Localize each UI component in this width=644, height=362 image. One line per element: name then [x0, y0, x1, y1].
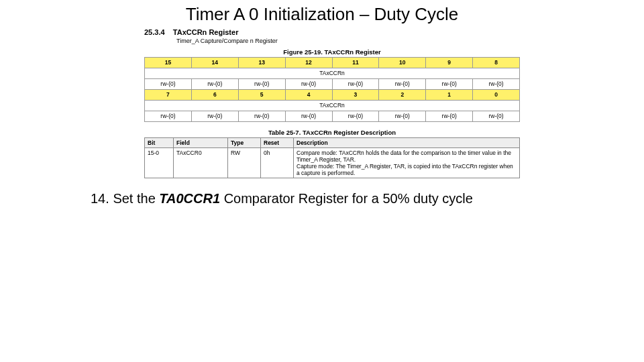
bit-val: rw-(0) [238, 79, 285, 90]
bit-num: 3 [332, 90, 379, 101]
field-label: TAxCCRn [145, 101, 520, 111]
instruction-after: Comparator Register for a 50% duty cycle [220, 191, 473, 206]
bit-num: 4 [285, 90, 332, 101]
bit-val: rw-(0) [379, 79, 426, 90]
register-figure: 25.3.4 TAxCCRn Register Timer_A Capture/… [144, 28, 520, 178]
bit-val: rw-(0) [145, 111, 192, 122]
bit-num: 0 [473, 90, 520, 101]
field-label: TAxCCRn [145, 68, 520, 79]
instruction-before: Set the [113, 191, 159, 206]
slide-title: Timer A 0 Initialization – Duty Cycle [0, 4, 644, 25]
bit-val: rw-(0) [473, 111, 520, 122]
col-header: Description [294, 138, 520, 148]
bit-num: 11 [332, 58, 379, 68]
desc-line: Capture mode: The Timer_A Register, TAR,… [297, 163, 513, 176]
cell-field: TAxCCR0 [174, 148, 228, 178]
bit-val: rw-(0) [332, 111, 379, 122]
bit-val: rw-(0) [285, 111, 332, 122]
instruction-text: 14. Set the TA0CCR1 Comparator Register … [91, 191, 560, 206]
col-header: Bit [145, 138, 174, 148]
table-caption: Table 25-7. TAxCCRn Register Description [144, 129, 520, 136]
instruction-number: 14. [91, 191, 109, 206]
desc-line: Compare mode: TAxCCRn holds the data for… [297, 149, 511, 163]
col-header: Reset [261, 138, 294, 148]
bit-num: 15 [145, 58, 192, 68]
bit-val: rw-(0) [426, 79, 473, 90]
cell-desc: Compare mode: TAxCCRn holds the data for… [294, 148, 520, 178]
cell-reset: 0h [261, 148, 294, 178]
bit-val: rw-(0) [426, 111, 473, 122]
bit-val: rw-(0) [238, 111, 285, 122]
bit-num: 6 [191, 90, 238, 101]
bit-table: 15 14 13 12 11 10 9 8 TAxCCRn rw-(0) rw-… [144, 57, 520, 122]
bit-val: rw-(0) [145, 79, 192, 90]
col-header: Field [174, 138, 228, 148]
bit-num: 9 [426, 58, 473, 68]
section-title: TAxCCRn Register [173, 28, 239, 36]
bit-num: 13 [238, 58, 285, 68]
bit-num: 10 [379, 58, 426, 68]
col-header: Type [228, 138, 261, 148]
bit-val: rw-(0) [191, 111, 238, 122]
bit-num: 5 [238, 90, 285, 101]
cell-type: RW [228, 148, 261, 178]
bit-val: rw-(0) [332, 79, 379, 90]
bit-num: 14 [191, 58, 238, 68]
bit-val: rw-(0) [191, 79, 238, 90]
bit-num: 1 [426, 90, 473, 101]
bit-val: rw-(0) [285, 79, 332, 90]
section-heading: 25.3.4 TAxCCRn Register [144, 28, 520, 36]
bit-num: 8 [473, 58, 520, 68]
cell-bit: 15-0 [145, 148, 174, 178]
slide: Timer A 0 Initialization – Duty Cycle 25… [0, 0, 644, 362]
bit-num: 7 [145, 90, 192, 101]
bit-val: rw-(0) [379, 111, 426, 122]
figure-caption: Figure 25-19. TAxCCRn Register [144, 48, 520, 56]
section-subtitle: Timer_A Capture/Compare n Register [176, 38, 520, 44]
register-name: TA0CCR1 [159, 191, 220, 206]
description-table: Bit Field Type Reset Description 15-0 TA… [144, 137, 520, 178]
table-row: 15-0 TAxCCR0 RW 0h Compare mode: TAxCCRn… [145, 148, 520, 178]
bit-val: rw-(0) [473, 79, 520, 90]
bit-num: 2 [379, 90, 426, 101]
section-number: 25.3.4 [144, 28, 165, 36]
bit-num: 12 [285, 58, 332, 68]
